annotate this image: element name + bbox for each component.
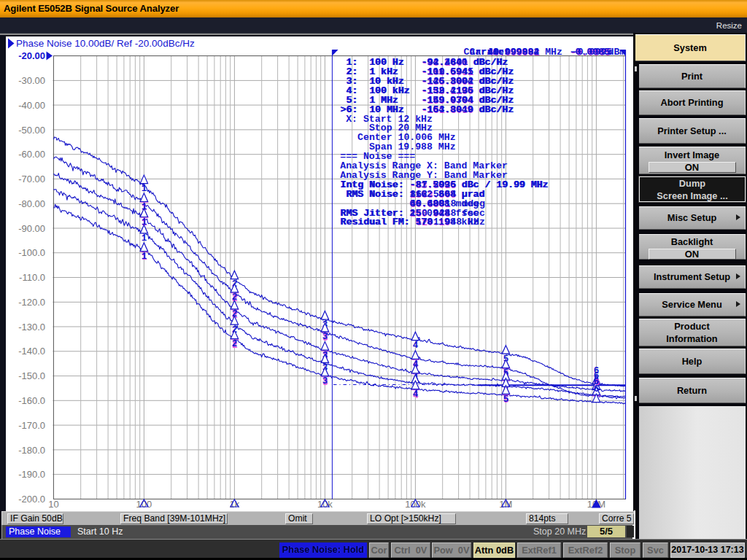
- svg-text:5: 5: [503, 394, 509, 405]
- svg-text:-90.00: -90.00: [18, 223, 45, 234]
- svg-text:Residual FM: 578.198 kHz: Residual FM: 578.198 kHz: [340, 217, 479, 228]
- svg-text:-130.0: -130.0: [18, 322, 45, 332]
- svg-text:-120.0: -120.0: [18, 297, 45, 308]
- svg-text:-70.00: -70.00: [18, 174, 45, 184]
- svg-text:-150.0: -150.0: [18, 370, 45, 381]
- svg-text:10: 10: [48, 499, 58, 510]
- svg-text:4: 4: [413, 341, 419, 351]
- svg-text:-0.0985: -0.0985: [570, 47, 610, 58]
- svg-text:Phase Noise 10.00dB/ Ref -20.0: Phase Noise 10.00dB/ Ref -20.00dBc/Hz: [16, 38, 195, 49]
- svg-text:3: 3: [322, 376, 328, 386]
- svg-text:-110.0: -110.0: [19, 272, 45, 283]
- svg-text:1: 1: [142, 252, 147, 262]
- svg-text:49.999892 MHz: 49.999892 MHz: [487, 47, 562, 58]
- svg-text:-180.0: -180.0: [18, 445, 45, 456]
- svg-text:-190.0: -190.0: [18, 469, 45, 480]
- svg-text:2: 2: [232, 339, 238, 349]
- svg-text:dBm: dBm: [608, 47, 626, 58]
- svg-text:-170.0: -170.0: [18, 420, 45, 431]
- svg-text:-20.00: -20.00: [18, 50, 45, 61]
- svg-text:-100.0: -100.0: [18, 247, 45, 258]
- svg-text:-160.0: -160.0: [18, 395, 45, 406]
- svg-text:-40.00: -40.00: [18, 100, 45, 111]
- svg-text:4: 4: [413, 389, 419, 400]
- svg-text:-60.00: -60.00: [18, 149, 45, 160]
- svg-text:-80.00: -80.00: [18, 198, 45, 209]
- svg-text:-164.8049 dBc/Hz: -164.8049 dBc/Hz: [421, 104, 514, 115]
- svg-text:-140.0: -140.0: [18, 346, 45, 357]
- svg-text:-30.00: -30.00: [18, 75, 45, 86]
- svg-text:-200.0: -200.0: [18, 494, 45, 505]
- svg-text:-50.00: -50.00: [18, 125, 45, 136]
